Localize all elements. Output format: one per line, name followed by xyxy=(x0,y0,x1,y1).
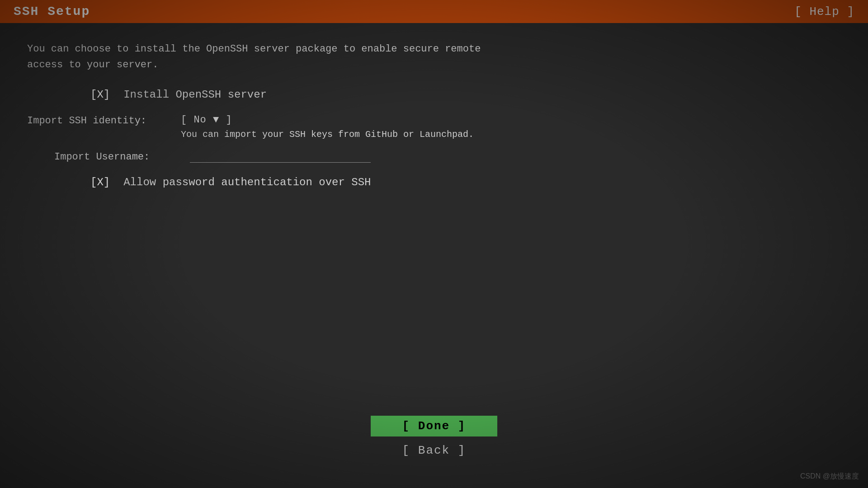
description-text: You can choose to install the OpenSSH se… xyxy=(27,41,841,73)
install-openssh-label: Install OpenSSH server xyxy=(123,89,267,101)
page-title: SSH Setup xyxy=(14,5,90,19)
watermark: CSDN @放慢速度 xyxy=(800,472,859,481)
password-auth-checkbox[interactable]: [X] xyxy=(90,176,110,188)
description-line2: access to your server. xyxy=(27,57,841,73)
install-openssh-row: [X] Install OpenSSH server xyxy=(27,89,841,101)
import-identity-dropdown[interactable]: [ No ▼ ] xyxy=(181,114,474,126)
help-button[interactable]: [ Help ] xyxy=(794,5,854,19)
import-identity-section: Import SSH identity: [ No ▼ ] You can im… xyxy=(27,114,841,140)
password-auth-label: Allow password authentication over SSH xyxy=(123,176,371,188)
screen: SSH Setup [ Help ] You can choose to ins… xyxy=(0,0,868,488)
import-identity-hint: You can import your SSH keys from GitHub… xyxy=(181,129,474,140)
bottom-buttons: [ Done ] [ Back ] xyxy=(371,416,497,461)
password-auth-row: [X] Allow password authentication over S… xyxy=(27,176,841,188)
import-identity-label: Import SSH identity: xyxy=(27,114,172,127)
main-content: You can choose to install the OpenSSH se… xyxy=(0,23,868,220)
header-bar: SSH Setup [ Help ] xyxy=(0,0,868,23)
import-identity-right: [ No ▼ ] You can import your SSH keys fr… xyxy=(181,114,474,140)
import-username-label: Import Username: xyxy=(54,151,181,163)
done-button[interactable]: [ Done ] xyxy=(371,416,497,436)
back-button[interactable]: [ Back ] xyxy=(371,440,497,461)
install-openssh-checkbox[interactable]: [X] xyxy=(90,89,110,101)
import-username-row: Import Username: xyxy=(27,151,841,163)
description-line1: You can choose to install the OpenSSH se… xyxy=(27,41,841,57)
import-username-input[interactable] xyxy=(190,151,371,163)
